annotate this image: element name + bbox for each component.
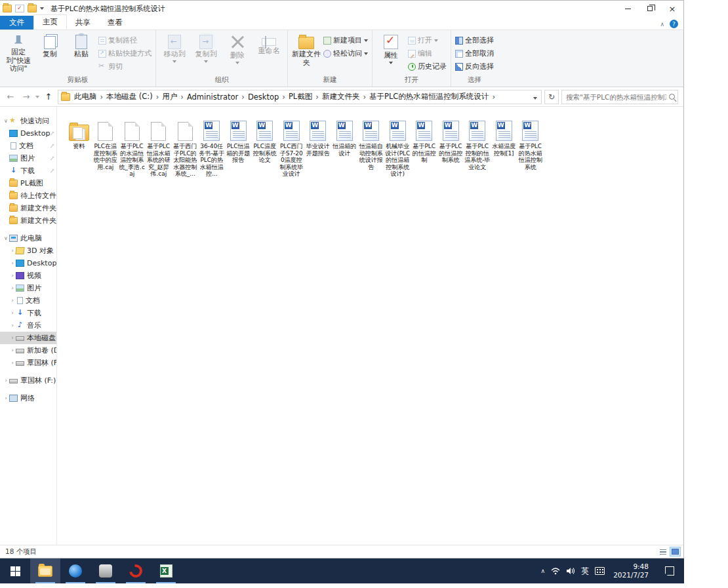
recent-locations-caret-icon[interactable] [35, 96, 39, 98]
pin-to-quick-access-button[interactable]: 固定到"快速访问" [3, 31, 34, 74]
open-button[interactable]: 打开 [407, 35, 448, 46]
minimize-button[interactable] [617, 1, 639, 16]
search-box[interactable] [561, 90, 678, 104]
refresh-button[interactable]: ↻ [544, 90, 559, 104]
file-item[interactable]: 基于PLC的水温恒温控制系统_李浩.caj [119, 116, 146, 178]
help-icon[interactable]: ? [670, 20, 678, 28]
invert-selection-button[interactable]: 反向选择 [454, 61, 495, 72]
edit-button[interactable]: 编辑 [407, 48, 448, 59]
chevron-right-icon[interactable]: › [9, 335, 16, 341]
chevron-down-icon[interactable]: ∨ [3, 118, 9, 124]
show-hidden-icons-icon[interactable]: ∧ [541, 568, 546, 574]
sidebar-item-desktop-qa[interactable]: Desktop ⊺ [0, 127, 56, 140]
properties-shortcut-icon[interactable] [15, 5, 24, 12]
input-language-indicator[interactable]: 英 [581, 566, 589, 577]
sidebar-item-3d-objects[interactable]: › 3D 对象 [0, 245, 56, 257]
chevron-down-icon[interactable]: ∨ [3, 235, 9, 241]
sidebar-item-drive-d[interactable]: › 新加卷 (D:) [0, 344, 56, 357]
sidebar-quick-access[interactable]: ∨ 快速访问 [0, 115, 56, 127]
close-button[interactable]: × [661, 1, 683, 16]
file-item[interactable]: PLC温度控制系统论文 [252, 116, 279, 164]
address-dropdown-caret-icon[interactable] [533, 97, 537, 100]
icons-view-button[interactable] [670, 547, 681, 557]
sidebar-drive-f-root[interactable]: › 覃国林 (F:) [0, 374, 56, 387]
breadcrumb-drive-c[interactable]: 本地磁盘 (C:) [105, 92, 154, 102]
sidebar-item-pictures-qa[interactable]: 图片 ⊺ [0, 152, 56, 165]
file-item[interactable]: 基于PLC的热水箱恒温控制系统 [517, 116, 544, 170]
file-item[interactable]: 毕业设计开题报告 [305, 116, 332, 157]
chevron-right-icon[interactable]: › [3, 378, 9, 383]
taskbar-clock[interactable]: 9:48 2021/7/27 [611, 562, 651, 579]
delete-button[interactable]: 删除 [222, 31, 253, 65]
sidebar-item-documents-pc[interactable]: › 文档 [0, 294, 56, 307]
search-icon[interactable] [669, 94, 675, 100]
file-list-area[interactable]: 资料 PLC在温度控制系统中的应用.caj 基于PLC的水温恒温控制系统_李浩.… [57, 107, 683, 545]
tab-home[interactable]: 主页 [33, 14, 67, 29]
copy-to-button[interactable]: 复制到 [190, 31, 222, 64]
details-view-button[interactable] [657, 547, 668, 557]
file-item[interactable]: 基于PLC的恒温控制 [411, 116, 438, 164]
chevron-right-icon[interactable]: › [9, 273, 16, 279]
file-item[interactable]: PLC西门子S7-200温度控制系统毕业设计 [278, 116, 305, 178]
tab-share[interactable]: 共享 [67, 16, 99, 29]
file-item-folder[interactable]: 资料 [66, 116, 92, 150]
taskbar-gray-app[interactable] [91, 559, 121, 583]
customize-qat-caret-icon[interactable] [40, 7, 44, 10]
back-button[interactable]: ← [4, 92, 17, 102]
chevron-right-icon[interactable]: › [9, 323, 16, 328]
chevron-right-icon[interactable]: › [9, 298, 16, 304]
taskbar-file-explorer[interactable] [30, 559, 60, 583]
taskbar-browser-app[interactable] [60, 559, 91, 583]
sidebar-this-pc[interactable]: ∨ 此电脑 [0, 232, 56, 245]
volume-icon[interactable] [566, 567, 575, 575]
paste-shortcut-button[interactable]: 粘贴快捷方式 [97, 48, 153, 59]
chevron-right-icon[interactable]: › [3, 395, 9, 401]
breadcrumb-users[interactable]: 用户 [161, 92, 178, 102]
file-item[interactable]: 水箱温度控制[1] [491, 116, 517, 157]
breadcrumb-current-folder[interactable]: 基于PLC的热水箱恒温控制系统设计 [368, 92, 490, 102]
properties-button[interactable]: 属性 [375, 31, 407, 65]
sidebar-item-drive-c[interactable]: › 本地磁盘 (C:) [0, 332, 56, 344]
file-item[interactable]: 基于PLC控制的恒温系统-毕业论文 [464, 116, 491, 170]
tab-file[interactable]: 文件 [0, 16, 33, 29]
chevron-right-icon[interactable]: › [9, 347, 16, 353]
sidebar-item-upload-folder[interactable]: 待上传文件 [0, 189, 56, 202]
chevron-right-icon[interactable]: › [9, 360, 16, 366]
sidebar-item-desktop-pc[interactable]: › Desktop [0, 257, 56, 269]
sidebar-network[interactable]: › 网络 [0, 392, 56, 404]
new-item-button[interactable]: 新建项目 [322, 35, 369, 46]
breadcrumb-pl-folder[interactable]: PL截图 [287, 92, 313, 102]
cut-button[interactable]: 剪切 [97, 61, 153, 72]
sidebar-item-downloads-qa[interactable]: 下载 ⊺ [0, 165, 56, 177]
file-item[interactable]: 机械毕业设计(PLC的恒温箱控制系统设计) [384, 116, 411, 178]
select-none-button[interactable]: 全部取消 [454, 48, 495, 59]
new-folder-shortcut-icon[interactable] [28, 5, 37, 12]
restore-button[interactable] [639, 1, 661, 16]
forward-button[interactable]: → [20, 92, 33, 102]
file-item[interactable]: 基于西门子PLC的太阳能热水器控制系统_... [172, 116, 199, 178]
action-center-button[interactable] [655, 559, 684, 583]
sidebar-item-new-folder-1[interactable]: 新建文件夹 [0, 202, 56, 214]
sidebar-item-pl-folder[interactable]: PL截图 [0, 177, 56, 189]
breadcrumb-this-pc[interactable]: 此电脑 [73, 92, 98, 102]
chevron-right-icon[interactable]: › [9, 248, 16, 254]
chevron-right-icon[interactable]: › [9, 285, 16, 291]
sidebar-item-pictures-pc[interactable]: › 图片 [0, 282, 56, 294]
taskbar-spreadsheet-app[interactable] [151, 559, 181, 583]
history-button[interactable]: 历史记录 [407, 61, 448, 72]
collapse-ribbon-icon[interactable]: ∧ [660, 21, 664, 28]
tab-view[interactable]: 查看 [99, 16, 131, 29]
sidebar-item-new-folder-2[interactable]: 新建文件夹 [0, 214, 56, 227]
breadcrumb-new-folder[interactable]: 新建文件夹 [321, 92, 361, 102]
sidebar-item-drive-f[interactable]: › 覃国林 (F:) [0, 357, 56, 369]
copy-path-button[interactable]: 复制路径 [97, 35, 153, 46]
file-item[interactable]: PLC恒温箱的开题报告 [225, 116, 252, 164]
sidebar-item-music[interactable]: › 音乐 [0, 319, 56, 332]
keyboard-icon[interactable] [595, 567, 605, 575]
file-item[interactable]: 基于PLC恒温水箱系统的研究_赵羿伟.caj [146, 116, 172, 178]
chevron-right-icon[interactable]: › [9, 260, 16, 266]
file-item[interactable]: PLC在温度控制系统中的应用.caj [92, 116, 119, 170]
new-folder-button[interactable]: 新建文件夹 [291, 31, 322, 68]
breadcrumb-desktop[interactable]: Desktop [247, 92, 280, 102]
up-button[interactable]: ↑ [42, 92, 55, 102]
